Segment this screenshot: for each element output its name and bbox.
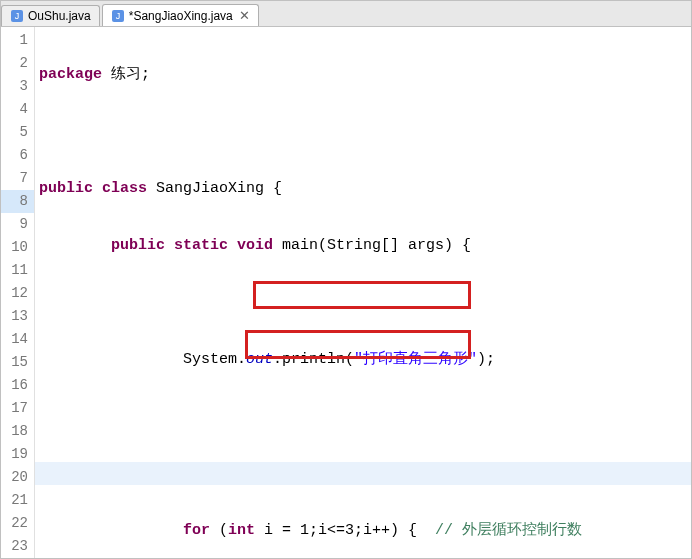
code-line [35, 462, 691, 485]
java-file-icon: J [10, 9, 24, 23]
java-file-icon: J [111, 9, 125, 23]
line-number: 1 [1, 29, 34, 52]
line-number: 20 [1, 466, 34, 489]
editor-area: 1 2 3 4 5 6 7 8 9 10 11 12 13 14 15 16 1… [1, 27, 691, 558]
line-gutter: 1 2 3 4 5 6 7 8 9 10 11 12 13 14 15 16 1… [1, 27, 35, 558]
line-number: 19 [1, 443, 34, 466]
close-icon[interactable]: ✕ [239, 8, 250, 23]
tab-oushu[interactable]: J OuShu.java [1, 5, 100, 26]
line-number: 11 [1, 259, 34, 282]
code-line: System.out.println("打印直角三角形"); [35, 348, 691, 371]
line-number: 23 [1, 535, 34, 558]
line-number: 18 [1, 420, 34, 443]
code-line [35, 120, 691, 143]
line-number: 22 [1, 512, 34, 535]
line-number: 17 [1, 397, 34, 420]
code-line [35, 291, 691, 314]
code-line [35, 405, 691, 428]
code-line: public class SangJiaoXing { [35, 177, 691, 200]
svg-text:J: J [115, 11, 120, 21]
line-number: 5 [1, 121, 34, 144]
line-number: 6 [1, 144, 34, 167]
code-line: for (int i = 1;i<=3;i++) { // 外层循环控制行数 [35, 519, 691, 542]
line-number: 14 [1, 328, 34, 351]
tab-label: OuShu.java [28, 9, 91, 23]
line-number: 16 [1, 374, 34, 397]
line-number: 7 [1, 167, 34, 190]
line-number: 13 [1, 305, 34, 328]
svg-text:J: J [15, 11, 20, 21]
line-number: 2 [1, 52, 34, 75]
code-line: public static void main(String[] args) { [35, 234, 691, 257]
line-number: 8 [1, 190, 34, 213]
line-number: 15 [1, 351, 34, 374]
tab-sangjiaoxing[interactable]: J *SangJiaoXing.java ✕ [102, 4, 259, 26]
tab-label: *SangJiaoXing.java [129, 9, 233, 23]
line-number: 9 [1, 213, 34, 236]
line-number: 10 [1, 236, 34, 259]
line-number: 4 [1, 98, 34, 121]
line-number: 12 [1, 282, 34, 305]
line-number: 21 [1, 489, 34, 512]
code-area[interactable]: package 练习; public class SangJiaoXing { … [35, 27, 691, 558]
tab-bar: J OuShu.java J *SangJiaoXing.java ✕ [1, 1, 691, 27]
line-number: 3 [1, 75, 34, 98]
code-line: package 练习; [35, 63, 691, 86]
